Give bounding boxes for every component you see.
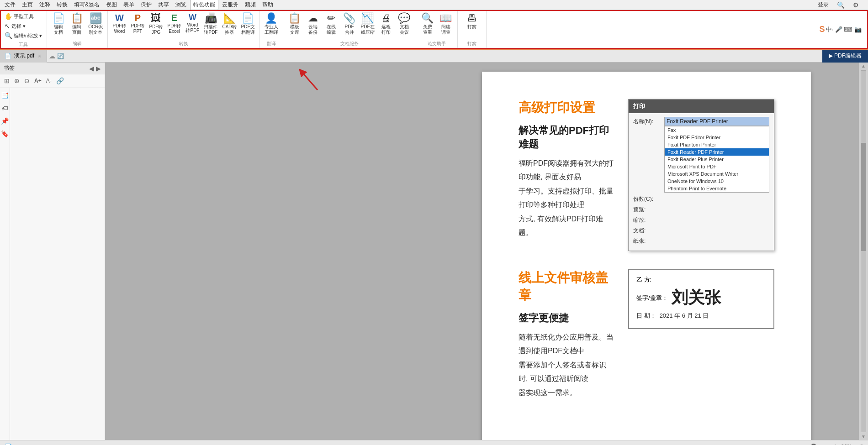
scrollbar-track[interactable] [861, 70, 866, 432]
cloud-status-icon: ☁ [49, 52, 55, 60]
reading-survey-btn[interactable]: 📖 阅读调查 [437, 12, 455, 37]
printer-foxit-reader[interactable]: Foxit Reader PDF Printer [665, 148, 769, 156]
zoom-plus-btn[interactable]: + [833, 443, 837, 445]
select-btn[interactable]: ↖ 选择 ▾ [3, 21, 44, 31]
pdf-to-excel-btn[interactable]: E PDF转Excel [165, 12, 183, 36]
menu-protect[interactable]: 保护 [138, 0, 154, 10]
pdf-to-ppt-btn[interactable]: P PDF转PPT [129, 12, 146, 36]
section-print: 高级打印设置 解决常见的PDF打印难题 福昕PDF阅读器拥有强大的打印功能, 界… [519, 99, 774, 251]
bookmark-nav-icon[interactable]: 🏷 [0, 103, 10, 113]
printer-phantom-evernote[interactable]: Phantom Print to Evernote [665, 185, 769, 192]
search-icon[interactable]: 🔍 [834, 0, 847, 10]
menu-file[interactable]: 文件 [2, 0, 18, 10]
close-tab-btn[interactable]: × [37, 52, 42, 60]
pdf-to-jpg-btn[interactable]: 🖼 PDF转JPG [147, 12, 164, 37]
remote-print-label: 远程打印 [381, 24, 391, 35]
menu-cloud[interactable]: 云服务 [219, 0, 241, 10]
printer-ms-pdf[interactable]: Microsoft Print to PDF [665, 163, 769, 170]
sidebar: 书签 ◀ ▶ ⊞ ⊕ ⊖ A+ A- 🔗 📑 🏷 📌 🔖 [0, 63, 105, 440]
printer-fax[interactable]: Fax [665, 126, 769, 134]
menu-share[interactable]: 共享 [155, 0, 172, 10]
print-title: 高级打印设置 [519, 99, 614, 116]
pin-nav-icon[interactable]: 📌 [0, 116, 10, 126]
page-nav-icon[interactable]: 📑 [0, 90, 10, 100]
menu-fill-sign[interactable]: 填写&签名 [71, 0, 102, 10]
tag-nav-icon[interactable]: 🔖 [0, 129, 10, 139]
remote-print-btn[interactable]: 🖨 远程打印 [377, 12, 395, 37]
menu-form[interactable]: 表单 [121, 0, 137, 10]
printer-ms-xps[interactable]: Microsoft XPS Document Writer [665, 170, 769, 178]
scan-to-pdf-btn[interactable]: 📠 扫描件转PDF [202, 12, 219, 37]
print-name-input[interactable]: Foxit Reader PDF Printer [664, 117, 769, 126]
text-increase-icon[interactable]: A+ [33, 77, 43, 85]
pdf-to-word-btn[interactable]: W PDF转Word [111, 12, 128, 36]
printer-foxit-phantom[interactable]: Foxit Phantom Printer [665, 141, 769, 148]
doc-viewer[interactable]: 高级打印设置 解决常见的PDF打印难题 福昕PDF阅读器拥有强大的打印功能, 界… [105, 63, 859, 440]
menu-annotate[interactable]: 注释 [37, 0, 53, 10]
bookmark-grid-icon[interactable]: ⊞ [3, 76, 11, 85]
pro-translate-btn[interactable]: 👤 专业人工翻译 [263, 12, 280, 37]
sidebar-expand-icon[interactable]: ◀ [89, 65, 94, 72]
hand-tool-btn[interactable]: ✋ 手型工具 [3, 12, 44, 21]
text-decrease-icon[interactable]: A- [45, 77, 53, 85]
menu-home[interactable]: 主页 [19, 0, 36, 10]
cloud-backup-btn[interactable]: ☁ 云端备份 [304, 12, 322, 37]
settings-icon[interactable]: ⚙ [850, 0, 862, 10]
menu-special[interactable]: 特色功能 [190, 0, 218, 10]
cad-convert-btn[interactable]: 📐 CAD转换器 [220, 12, 238, 37]
doc-meeting-btn[interactable]: 💬 文档会议 [396, 12, 413, 37]
bookmark-remove-icon[interactable]: ⊖ [23, 76, 31, 85]
edit-page-btn[interactable]: 📋 编辑页面 [68, 12, 85, 37]
seal-section-text: 线上文件审核盖章 签字更便捷 随着无纸化办公应用普及。当遇到使用PDF文档中 需… [519, 269, 614, 400]
bookmark-add-icon[interactable]: ⊕ [13, 76, 21, 85]
menu-help[interactable]: 帮助 [259, 0, 276, 10]
pdf-translate-btn[interactable]: 📄 PDF文档翻译 [239, 12, 257, 37]
paper-label: 纸张: [633, 236, 661, 245]
ribbon: ✋ 手型工具 ↖ 选择 ▾ 🔍 编辑\n缩放 ▾ 工具 📄 编辑文档 📋 [0, 10, 868, 50]
merge-icon: 📎 [343, 13, 355, 23]
edit-doc-btn[interactable]: 📄 编辑文档 [50, 12, 67, 37]
menu-browse[interactable]: 浏览 [173, 0, 189, 10]
scroll-up-btn[interactable]: ▲ [860, 63, 867, 69]
print-body: 福昕PDF阅读器拥有强大的打印功能, 界面友好易 于学习。支持虚拟打印、批量打印… [519, 157, 614, 240]
online-edit-btn[interactable]: ✏ 在线编辑 [323, 12, 340, 37]
scroll-down-btn[interactable]: ▼ [860, 433, 867, 440]
sidebar-collapse-icon[interactable]: ▶ [96, 65, 101, 72]
menu-freq[interactable]: 频频 [242, 0, 259, 10]
pdf-ppt-label: PDF转PPT [131, 23, 144, 34]
convert-group-label: 转换 [179, 40, 188, 47]
link-icon[interactable]: 🔗 [55, 76, 65, 85]
template-btn[interactable]: 📋 模板文库 [286, 12, 303, 37]
print-name-row: 名称(N): Foxit Reader PDF Printer Fax Foxi… [633, 117, 769, 193]
hand-tool-label: 手型工具 [14, 13, 34, 20]
pdf-editor-btn[interactable]: ▶ PDF编辑器 [822, 50, 868, 63]
preview-label: 预览: [633, 205, 661, 214]
printer-foxit-editor[interactable]: Foxit PDF Editor Printer [665, 134, 769, 141]
menu-view[interactable]: 视图 [103, 0, 120, 10]
remote-print-icon: 🖨 [381, 13, 391, 23]
pdf-merge-btn[interactable]: 📎 PDF合并 [341, 12, 358, 37]
menu-convert[interactable]: 转换 [54, 0, 70, 10]
ocr-btn[interactable]: 🔤 OCR识别文本 [86, 12, 105, 37]
zoom-icon: 🔍 [5, 32, 12, 39]
pdf-word-icon: W [115, 13, 124, 22]
word-to-pdf-btn[interactable]: W Word转PDF [184, 12, 201, 35]
sidebar-nav-icons: 📑 🏷 📌 🔖 [0, 88, 10, 440]
printer-onenote[interactable]: OneNote for Windows 10 [665, 178, 769, 185]
demo-tab[interactable]: 📄 演示.pdf × [0, 50, 47, 63]
free-check-btn[interactable]: 🔍 免费查重 [419, 12, 436, 37]
login-btn[interactable]: 登录 [815, 0, 831, 10]
zoom-minus-btn[interactable]: − [779, 443, 783, 445]
pdf-compress-btn[interactable]: 📉 PDF在线压缩 [359, 12, 376, 37]
printer-foxit-plus[interactable]: Foxit Reader Plus Printer [665, 156, 769, 163]
doc-services-items: 📋 模板文库 ☁ 云端备份 ✏ 在线编辑 📎 PDF合并 📉 PDF在 [286, 12, 413, 40]
copies-label: 份数(C): [633, 194, 661, 203]
sig-name: 刘关张 [672, 287, 721, 309]
translate-icon: 📄 [242, 13, 254, 23]
edit-zoom-btn[interactable]: 🔍 编辑\n缩放 ▾ [3, 31, 44, 40]
right-scrollbar[interactable]: ▲ ▼ [859, 63, 868, 440]
sidebar-content: 📑 🏷 📌 🔖 [0, 88, 105, 440]
expand-icon[interactable]: ⤢ [857, 442, 863, 445]
scrollbar-thumb[interactable] [861, 143, 866, 251]
print-btn[interactable]: 🖶 打窝 [460, 12, 483, 31]
